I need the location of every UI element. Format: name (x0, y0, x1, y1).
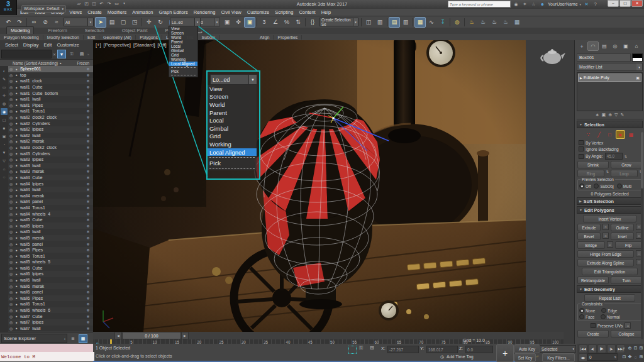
visibility-eye-icon[interactable]: ◎ (8, 169, 14, 173)
bevel-button[interactable]: Bevel (577, 233, 601, 240)
coord-option-local-aligned[interactable]: Local Aligned (169, 62, 197, 66)
explorer-tool-icon-7[interactable]: ■ (1, 124, 8, 131)
key-selection-set-combo[interactable]: Selected▾ (540, 345, 576, 353)
frozen-icon[interactable]: ❄ (83, 127, 93, 131)
viewport-menu-pov[interactable]: [Perspective] (104, 42, 131, 48)
selection-lock-icon[interactable]: ⚿ (359, 345, 363, 351)
visibility-eye-icon[interactable]: ◎ (8, 85, 14, 89)
frozen-icon[interactable]: ❄ (83, 266, 93, 270)
list-item[interactable]: ◎●wall6_merak❄ (8, 283, 93, 289)
flip-button[interactable]: Flip (615, 241, 643, 249)
turn-button[interactable]: Turn (611, 277, 642, 284)
list-item[interactable]: ◎●wall6_Torus1❄ (8, 301, 93, 307)
zoom-region-icon[interactable]: ⊡ (621, 353, 627, 361)
list-item[interactable]: ◎●wall3_lwall❄ (8, 163, 93, 169)
max-logo[interactable]: 3 MAX (0, 0, 17, 15)
modifier-list-combo[interactable]: Modifier List ▾ (577, 63, 643, 71)
frozen-icon[interactable]: ❄ (83, 284, 93, 288)
visibility-eye-icon[interactable]: ◎ (8, 242, 14, 246)
explorer-search-input[interactable] (1, 50, 52, 58)
add-time-tag[interactable]: Add Time Tag (447, 354, 474, 359)
callout-coordinate-combo[interactable]: Lo...ed ▼ (210, 74, 257, 85)
pan-icon[interactable]: ✥ (627, 353, 633, 361)
menu-graph-editors[interactable]: Graph Editors (159, 9, 188, 15)
list-item[interactable]: ◎●wall1_clock❄ (8, 78, 93, 84)
explorer-tool-icon-12[interactable]: ⌂ (1, 165, 8, 172)
time-slider-handle[interactable]: 0 / 100 (122, 332, 181, 339)
render-iterative-icon[interactable]: ♨ (500, 17, 511, 28)
frozen-icon[interactable]: ❄ (83, 272, 93, 276)
redo-icon[interactable]: ↷ (14, 17, 25, 28)
edit-triangulation-button[interactable]: Edit Triangulation (582, 268, 638, 275)
element-subobject-icon[interactable]: ▦ (626, 130, 636, 139)
visibility-eye-icon[interactable]: ◎ (8, 272, 14, 276)
close-button[interactable]: ✕ (631, 0, 643, 7)
frozen-icon[interactable]: ❄ (83, 109, 93, 113)
save-file-icon[interactable]: ◫ (91, 1, 97, 6)
name-column-header[interactable]: Name (Sorted Ascending) (0, 61, 58, 65)
visibility-eye-icon[interactable]: ◎ (8, 217, 14, 222)
explorer-tool-icon-1[interactable]: ✎ (1, 75, 8, 82)
inset-button[interactable]: Inset (611, 233, 634, 240)
shrink-button[interactable]: Shrink (577, 161, 609, 168)
coord-option-world[interactable]: World (208, 101, 257, 109)
frozen-icon[interactable]: ❄ (83, 236, 93, 240)
menu-modifiers[interactable]: Modifiers (108, 9, 126, 15)
zoom-all-icon[interactable]: ⊕ (627, 344, 633, 352)
preview-multi-radio[interactable] (617, 184, 622, 189)
visibility-eye-icon[interactable]: ◎ (8, 266, 14, 270)
list-item[interactable]: ◎●wall4_Cube❄ (8, 175, 93, 181)
list-item[interactable]: ◎●wall6_Pipes❄ (8, 295, 93, 302)
favorites-star-icon[interactable]: ☆ (530, 2, 537, 7)
schematic-view-icon[interactable]: ↧ (437, 17, 448, 28)
grow-button[interactable]: Grow (611, 161, 642, 168)
viewport-menu-shading[interactable]: [Standard] (133, 42, 155, 48)
visibility-eye-icon[interactable]: ◎ (8, 199, 14, 204)
create-button[interactable]: Create (577, 330, 609, 337)
extrude-settings-icon[interactable]: □ (602, 224, 609, 230)
overflow-chevron-icon[interactable]: » (87, 52, 89, 56)
edge-subobject-icon[interactable]: ╱ (594, 130, 604, 139)
visibility-eye-icon[interactable]: ◎ (8, 314, 14, 319)
bridge-button[interactable]: Bridge (577, 241, 605, 249)
visibility-eye-icon[interactable]: ◎ (8, 284, 14, 288)
vertex-subobject-icon[interactable]: ∵ (584, 130, 593, 139)
qat-undo-icon[interactable]: ↶ (98, 1, 105, 6)
help-icon[interactable]: ? (592, 2, 599, 6)
by-angle-spinner[interactable]: ⇅ (625, 155, 627, 158)
z-coordinate-field[interactable]: 0.0 (465, 346, 493, 353)
explorer-view-combo[interactable]: Scene Explorer ▪ (1, 334, 67, 343)
selection-region-icon[interactable] (348, 346, 357, 354)
frozen-icon[interactable]: ❄ (83, 115, 93, 119)
list-item[interactable]: ◎●wall5_Cube❄ (8, 217, 93, 223)
viewport-menu-general[interactable]: [+] (96, 42, 101, 48)
set-key-button[interactable]: Set Key (514, 353, 536, 362)
list-item[interactable]: ◎●wall3_merak❄ (8, 168, 93, 175)
workspace-combo[interactable]: Workspace: Default▾ (21, 1, 66, 13)
visibility-eye-icon[interactable]: ◎ (8, 127, 14, 131)
menu-create[interactable]: Create (87, 9, 102, 15)
coord-option-view[interactable]: View (169, 26, 197, 31)
preserve-uvs-checkbox[interactable] (591, 323, 596, 328)
viewport[interactable] (93, 40, 526, 332)
frozen-icon[interactable]: ❄ (83, 217, 93, 222)
frozen-icon[interactable]: ❄ (83, 133, 93, 138)
visibility-eye-icon[interactable]: ◎ (8, 139, 14, 143)
snaps-toggle-icon[interactable]: 3 (258, 17, 270, 28)
visibility-eye-icon[interactable]: ◎ (8, 290, 14, 294)
zoom-icon[interactable]: ⌕ (621, 344, 627, 352)
visibility-eye-icon[interactable]: ◎ (8, 109, 14, 113)
select-and-link-icon[interactable]: ∞ (28, 17, 40, 28)
rollout-edit-polygons[interactable]: ▼Edit Polygons (577, 206, 643, 214)
frozen-icon[interactable]: ❄ (83, 157, 93, 162)
reference-coordinate-combo-open[interactable]: Lo..ed▾ (170, 18, 201, 26)
explorer-tool-icon-5[interactable]: ◉ (1, 108, 8, 115)
list-item[interactable]: ◎●wall5_merak❄ (8, 235, 93, 241)
visibility-eye-icon[interactable]: ◎ (8, 254, 14, 258)
frozen-icon[interactable]: ❄ (83, 187, 93, 192)
angle-snap-icon[interactable]: ∠ (270, 17, 281, 28)
list-item[interactable]: ◎●wall3_clock2_clock❄ (8, 145, 93, 151)
frozen-icon[interactable]: ❄ (83, 73, 93, 77)
explorer-tool-icon-3[interactable]: ✛ (1, 92, 8, 99)
frozen-icon[interactable]: ❄ (83, 212, 93, 216)
